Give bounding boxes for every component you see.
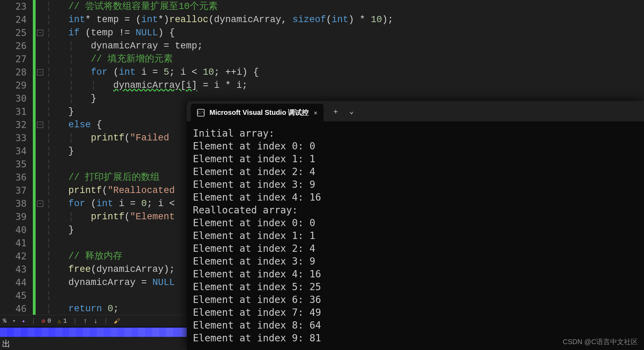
error-count[interactable]: ⊘0 bbox=[41, 317, 51, 325]
code-line[interactable]: ¦ ¦ ¦ dynamicArray[i] = i * i; bbox=[46, 79, 644, 92]
dropdown-icon[interactable]: ▾ bbox=[13, 318, 16, 324]
console-tab[interactable]: C:\ Microsoft Visual Studio 调试控 ✕ bbox=[191, 104, 324, 121]
console-tab-actions: ＋ ⌄ bbox=[324, 101, 362, 121]
warning-count[interactable]: ⚠1 bbox=[57, 317, 67, 325]
watermark: CSDN @C语言中文社区 bbox=[563, 337, 638, 347]
fold-toggle-icon[interactable]: − bbox=[37, 30, 43, 36]
code-line[interactable]: ¦ if (temp != NULL) { bbox=[46, 26, 644, 39]
close-icon[interactable]: ✕ bbox=[314, 109, 317, 117]
console-tab-title: Microsoft Visual Studio 调试控 bbox=[209, 108, 309, 117]
fold-toggle-icon[interactable]: − bbox=[37, 69, 43, 75]
fold-toggle-icon[interactable]: − bbox=[37, 122, 43, 128]
arrow-down-icon[interactable]: ↓ bbox=[93, 317, 97, 325]
error-icon: ⊘ bbox=[41, 317, 45, 325]
code-line[interactable]: ¦ ¦ dynamicArray = temp; bbox=[46, 39, 644, 53]
ai-suggest-icon[interactable]: ✦ bbox=[22, 317, 26, 325]
debug-console-window[interactable]: C:\ Microsoft Visual Studio 调试控 ✕ ＋ ⌄ In… bbox=[187, 101, 644, 350]
arrow-up-icon[interactable]: ↑ bbox=[83, 317, 87, 325]
change-indicator bbox=[33, 0, 36, 315]
zoom-percent[interactable]: % bbox=[3, 317, 7, 324]
line-number-gutter: 23 24 25 26 27 28 29 30 31 32 33 34 35 3… bbox=[0, 0, 33, 315]
fold-column[interactable]: − − − − bbox=[36, 0, 46, 315]
new-tab-icon[interactable]: ＋ bbox=[332, 106, 339, 117]
code-line[interactable]: ¦ ¦ // 填充新增的元素 bbox=[46, 53, 644, 66]
code-line[interactable]: ¦ int* temp = (int*)realloc(dynamicArray… bbox=[46, 13, 644, 26]
chevron-down-icon[interactable]: ⌄ bbox=[349, 107, 354, 116]
console-titlebar[interactable]: C:\ Microsoft Visual Studio 调试控 ✕ ＋ ⌄ bbox=[187, 101, 644, 121]
fold-toggle-icon[interactable]: − bbox=[37, 201, 43, 207]
brush-icon[interactable]: 🖌 bbox=[114, 317, 120, 325]
terminal-icon: C:\ bbox=[197, 109, 205, 117]
code-line[interactable]: ¦ ¦ for (int i = 5; i < 10; ++i) { bbox=[46, 66, 644, 79]
console-output[interactable]: Initial array: Element at index 0: 0 Ele… bbox=[187, 121, 644, 350]
code-line[interactable]: ¦ // 尝试将数组容量扩展至10个元素 bbox=[46, 0, 644, 13]
warning-icon: ⚠ bbox=[57, 317, 61, 325]
